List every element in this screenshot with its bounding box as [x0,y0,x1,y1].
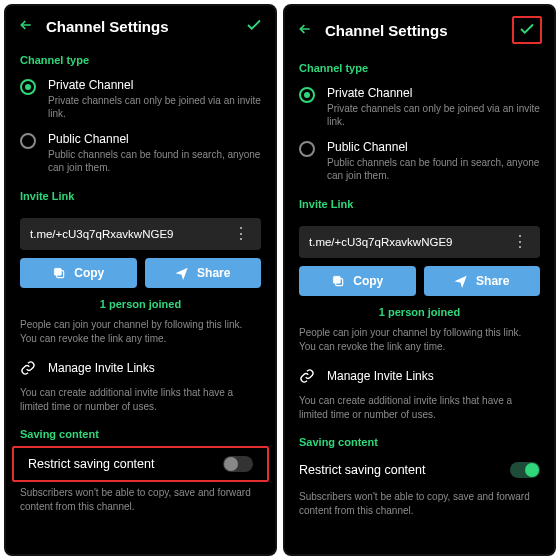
option-public-channel[interactable]: Public Channel Public channels can be fo… [285,134,554,188]
header: Channel Settings [285,6,554,56]
copy-icon [52,266,66,280]
radio-unselected-icon [299,141,315,157]
link-icon [299,368,315,384]
option-public-channel[interactable]: Public Channel Public channels can be fo… [6,126,275,180]
page-title: Channel Settings [46,18,233,35]
manage-desc: You can create additional invite links t… [285,390,554,430]
share-icon [454,274,468,288]
invite-link-field[interactable]: t.me/+cU3q7qRxavkwNGE9 ⋮ [299,226,540,258]
manage-desc: You can create additional invite links t… [6,382,275,422]
header: Channel Settings [6,6,275,48]
copy-button[interactable]: Copy [299,266,416,296]
private-label: Private Channel [48,78,261,92]
toggle-off[interactable] [223,456,253,472]
copy-icon [331,274,345,288]
phone-right: Channel Settings Channel type Private Ch… [283,4,556,556]
public-desc: Public channels can be found in search, … [48,148,261,174]
svg-rect-1 [55,268,62,275]
invite-link-heading: Invite Link [6,184,275,208]
saving-content-heading: Saving content [285,430,554,454]
option-private-channel[interactable]: Private Channel Private channels can onl… [285,80,554,134]
manage-label: Manage Invite Links [327,369,434,383]
toggle-on[interactable] [510,462,540,478]
back-icon[interactable] [18,17,34,35]
restrict-label: Restrict saving content [299,463,425,477]
share-button[interactable]: Share [145,258,262,288]
copy-label: Copy [74,266,104,280]
back-icon[interactable] [297,21,313,39]
copy-button[interactable]: Copy [20,258,137,288]
invite-link-field[interactable]: t.me/+cU3q7qRxavkwNGE9 ⋮ [20,218,261,250]
invite-link-heading: Invite Link [285,192,554,216]
invite-link-text: t.me/+cU3q7qRxavkwNGE9 [309,236,508,248]
share-icon [175,266,189,280]
private-label: Private Channel [327,86,540,100]
restrict-saving-row[interactable]: Restrict saving content [285,454,554,486]
page-title: Channel Settings [325,22,500,39]
share-label: Share [197,266,230,280]
radio-unselected-icon [20,133,36,149]
private-desc: Private channels can only be joined via … [327,102,540,128]
share-label: Share [476,274,509,288]
joined-count[interactable]: 1 person joined [285,296,554,322]
restrict-saving-row[interactable]: Restrict saving content [14,448,267,480]
saving-desc: Subscribers won't be able to copy, save … [6,482,275,522]
manage-invite-links[interactable]: Manage Invite Links [285,362,554,390]
invite-follow-text: People can join your channel by followin… [285,322,554,362]
svg-rect-3 [334,276,341,283]
joined-count[interactable]: 1 person joined [6,288,275,314]
manage-label: Manage Invite Links [48,361,155,375]
share-button[interactable]: Share [424,266,541,296]
link-icon [20,360,36,376]
restrict-label: Restrict saving content [28,457,154,471]
private-desc: Private channels can only be joined via … [48,94,261,120]
confirm-icon-highlighted[interactable] [512,16,542,44]
channel-type-heading: Channel type [6,48,275,72]
public-label: Public Channel [48,132,261,146]
radio-selected-icon [20,79,36,95]
public-label: Public Channel [327,140,540,154]
highlight-restrict-row: Restrict saving content [12,446,269,482]
invite-link-text: t.me/+cU3q7qRxavkwNGE9 [30,228,229,240]
invite-follow-text: People can join your channel by followin… [6,314,275,354]
public-desc: Public channels can be found in search, … [327,156,540,182]
radio-selected-icon [299,87,315,103]
option-private-channel[interactable]: Private Channel Private channels can onl… [6,72,275,126]
confirm-icon[interactable] [245,16,263,36]
copy-label: Copy [353,274,383,288]
saving-desc: Subscribers won't be able to copy, save … [285,486,554,526]
manage-invite-links[interactable]: Manage Invite Links [6,354,275,382]
phone-left: Channel Settings Channel type Private Ch… [4,4,277,556]
saving-content-heading: Saving content [6,422,275,446]
channel-type-heading: Channel type [285,56,554,80]
